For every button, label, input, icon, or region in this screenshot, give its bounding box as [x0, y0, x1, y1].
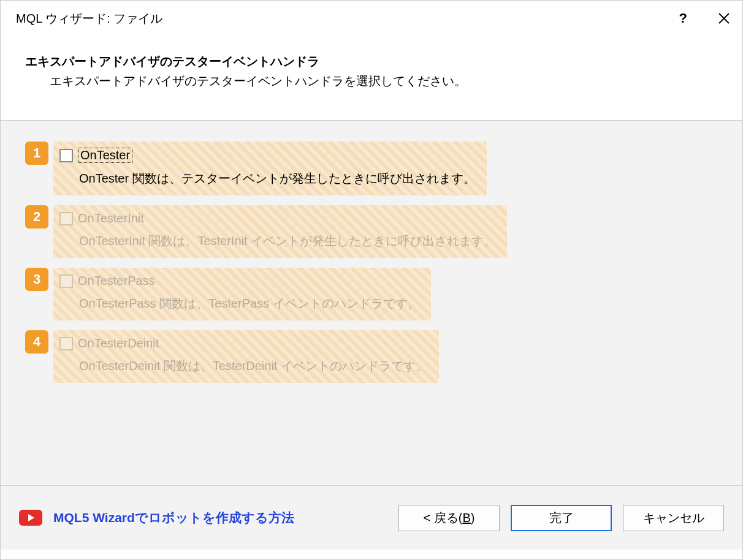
content-area: 1 OnTester OnTester 関数は、テスターイベントが発生したときに…: [1, 120, 742, 485]
option-description: OnTesterInit 関数は、TesterInit イベントが発生したときに…: [59, 233, 496, 249]
footer: MQL5 Wizardでロボットを作成する方法 < 戻る(B) 完了 キャンセル: [1, 485, 742, 550]
option-label: OnTesterPass: [78, 274, 155, 288]
checkbox-ontesterdeinit: [59, 337, 73, 350]
option-ontesterpass: 3 OnTesterPass OnTesterPass 関数は、TesterPa…: [25, 268, 718, 320]
cancel-button[interactable]: キャンセル: [623, 505, 724, 531]
number-badge: 4: [25, 330, 48, 354]
option-ontester: 1 OnTester OnTester 関数は、テスターイベントが発生したときに…: [25, 142, 718, 195]
checkbox-ontesterinit: [59, 212, 73, 225]
footer-buttons: < 戻る(B) 完了 キャンセル: [398, 505, 724, 531]
option-ontesterinit: 2 OnTesterInit OnTesterInit 関数は、TesterIn…: [25, 205, 718, 258]
back-button[interactable]: < 戻る(B): [398, 505, 500, 531]
option-description: OnTesterDeinit 関数は、TesterDeinit イベントのハンド…: [59, 358, 428, 374]
window-title: MQL ウィザード: ファイル: [16, 10, 162, 27]
page-subtitle: エキスパートアドバイザのテスターイベントハンドラを選択してください。: [25, 73, 718, 89]
titlebar: MQL ウィザード: ファイル ?: [1, 1, 742, 36]
option-label: OnTesterDeinit: [78, 336, 159, 350]
back-prefix: < 戻る(: [424, 510, 463, 526]
help-icon[interactable]: ?: [679, 10, 687, 26]
youtube-icon[interactable]: [19, 510, 42, 526]
page-title: エキスパートアドバイザのテスターイベントハンドラ: [25, 53, 718, 70]
option-label: OnTesterInit: [78, 211, 144, 225]
number-badge: 3: [25, 268, 48, 291]
titlebar-controls: ?: [679, 10, 730, 26]
option-box: OnTesterPass OnTesterPass 関数は、TesterPass…: [53, 268, 431, 320]
close-icon[interactable]: [718, 12, 730, 25]
option-description: OnTesterPass 関数は、TesterPass イベントのハンドラです。: [59, 295, 420, 312]
option-box: OnTesterDeinit OnTesterDeinit 関数は、Tester…: [53, 330, 439, 383]
checkbox-ontesterpass: [59, 274, 73, 288]
tutorial-link[interactable]: MQL5 Wizardでロボットを作成する方法: [53, 509, 294, 526]
option-box: OnTester OnTester 関数は、テスターイベントが発生したときに呼び…: [53, 142, 487, 195]
option-ontesterdeinit: 4 OnTesterDeinit OnTesterDeinit 関数は、Test…: [25, 330, 718, 383]
finish-button[interactable]: 完了: [511, 505, 612, 531]
option-label[interactable]: OnTester: [78, 148, 132, 163]
checkbox-ontester[interactable]: [59, 149, 73, 162]
back-suffix: ): [471, 511, 475, 525]
option-description: OnTester 関数は、テスターイベントが発生したときに呼び出されます。: [59, 170, 476, 187]
option-box: OnTesterInit OnTesterInit 関数は、TesterInit…: [53, 205, 507, 258]
number-badge: 1: [25, 142, 48, 165]
header-section: エキスパートアドバイザのテスターイベントハンドラ エキスパートアドバイザのテスタ…: [1, 36, 742, 120]
footer-left: MQL5 Wizardでロボットを作成する方法: [19, 509, 294, 526]
number-badge: 2: [25, 205, 48, 229]
back-key: B: [462, 511, 470, 525]
